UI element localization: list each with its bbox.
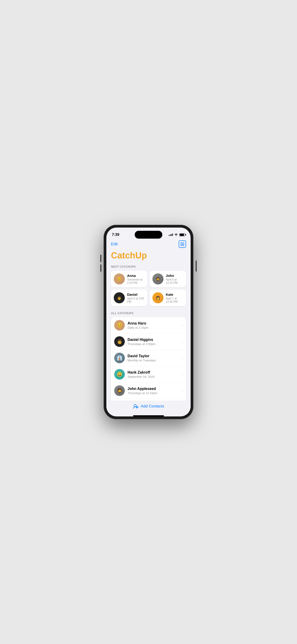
avatar-daniel: 👨 <box>114 292 125 303</box>
catchup-card-kate[interactable]: 👩 Kate April 7 at 12:30 PM <box>150 290 186 306</box>
battery-icon <box>179 233 185 236</box>
list-name-hank-zakroff: Hank Zakroff <box>128 370 179 374</box>
catchup-time-anna: Tomorrow at 2:15 PM <box>127 278 144 284</box>
bottom-bar: Add Contacts <box>106 401 191 414</box>
avatar-hank-zakroff: 😄 <box>114 369 125 380</box>
avatar-david-taylor: 👔 <box>114 353 125 363</box>
next-catchups-header: NEXT CATCHUPS <box>111 265 186 268</box>
catchup-name-anna: Anna <box>127 274 144 278</box>
list-name-daniel-higgins: Daniel Higgins <box>128 338 179 342</box>
avatar-daniel-higgins: 👨 <box>114 336 125 347</box>
list-item-kate-bell[interactable]: 👩 Kate Bell Sundays at 12:30pm › <box>111 399 186 401</box>
chevron-icon: › <box>182 356 183 360</box>
list-item-david-taylor[interactable]: 👔 David Taylor Monthly on Tuesdays › <box>111 350 186 366</box>
signal-icon <box>169 234 173 236</box>
list-schedule-daniel-higgins: Thursdays at 3:00pm <box>128 342 179 346</box>
all-catchups-header: ALL CATCHUPS <box>111 312 186 315</box>
catchup-time-kate: April 7 at 12:30 PM <box>166 297 183 303</box>
dynamic-island <box>135 231 162 238</box>
catchup-name-daniel: Daniel <box>127 292 144 296</box>
catchup-card-daniel[interactable]: 👨 Daniel April 4 at 3:00 PM <box>111 290 147 306</box>
catchup-time-daniel: April 4 at 3:00 PM <box>127 297 144 303</box>
add-contacts-button[interactable]: Add Contacts <box>133 403 164 409</box>
app-title: CatchUp <box>111 250 186 260</box>
chevron-icon: › <box>182 324 183 327</box>
avatar-anna-haro: 😊 <box>114 320 125 330</box>
volume-up-button <box>100 255 101 262</box>
phone-screen: 7:39 Edit <box>106 228 191 416</box>
volume-down-button <box>100 264 101 272</box>
catchup-card-john[interactable]: 🧔 John April 4 at 12:15 PM <box>150 271 186 287</box>
home-indicator <box>133 415 164 416</box>
list-name-anna-haro: Anna Haro <box>128 321 179 326</box>
catchup-time-john: April 4 at 12:15 PM <box>166 278 183 284</box>
contact-icon-button[interactable] <box>179 240 186 248</box>
list-schedule-hank-zakroff: September 04, 2024 <box>128 375 179 378</box>
chevron-icon: › <box>182 389 183 392</box>
list-item-john-appleseed[interactable]: 🧔 John Appleseed Thursdays at 12:15pm › <box>111 382 186 399</box>
chevron-icon: › <box>182 340 183 344</box>
list-item-daniel-higgins[interactable]: 👨 Daniel Higgins Thursdays at 3:00pm › <box>111 334 186 350</box>
chevron-icon: › <box>182 372 183 376</box>
catchup-name-john: John <box>166 274 183 278</box>
next-catchups-grid: 😊 Anna Tomorrow at 2:15 PM 🧔 John April … <box>111 271 186 306</box>
avatar-john-appleseed: 🧔 <box>114 385 125 396</box>
phone-frame: 7:39 Edit <box>104 225 194 419</box>
power-button <box>196 260 196 272</box>
top-bar: Edit <box>111 238 186 250</box>
add-contacts-label: Add Contacts <box>141 404 164 408</box>
list-item-anna-haro[interactable]: 😊 Anna Haro Daily at 2:15pm › <box>111 317 186 334</box>
add-contacts-icon <box>133 403 139 409</box>
list-schedule-david-taylor: Monthly on Tuesdays <box>128 358 179 362</box>
status-time: 7:39 <box>112 233 119 237</box>
edit-button[interactable]: Edit <box>111 242 118 246</box>
screen-content[interactable]: Edit CatchUp NEXT CATCHUPS 😊 <box>106 238 191 401</box>
list-item-hank-zakroff[interactable]: 😄 Hank Zakroff September 04, 2024 › <box>111 366 186 382</box>
list-schedule-anna-haro: Daily at 2:15pm <box>128 326 179 329</box>
status-icons <box>169 233 185 236</box>
avatar-anna: 😊 <box>114 274 125 284</box>
status-bar: 7:39 <box>106 228 191 238</box>
avatar-john: 🧔 <box>152 274 164 284</box>
catchup-name-kate: Kate <box>166 292 183 296</box>
wifi-icon <box>174 233 178 236</box>
catchup-card-anna[interactable]: 😊 Anna Tomorrow at 2:15 PM <box>111 271 147 287</box>
list-name-john-appleseed: John Appleseed <box>128 387 179 391</box>
all-catchups-list: 😊 Anna Haro Daily at 2:15pm › 👨 Daniel H… <box>111 317 186 401</box>
avatar-kate: 👩 <box>152 292 164 303</box>
list-schedule-john-appleseed: Thursdays at 12:15pm <box>128 391 179 395</box>
svg-point-2 <box>134 404 136 407</box>
list-name-david-taylor: David Taylor <box>128 354 179 358</box>
